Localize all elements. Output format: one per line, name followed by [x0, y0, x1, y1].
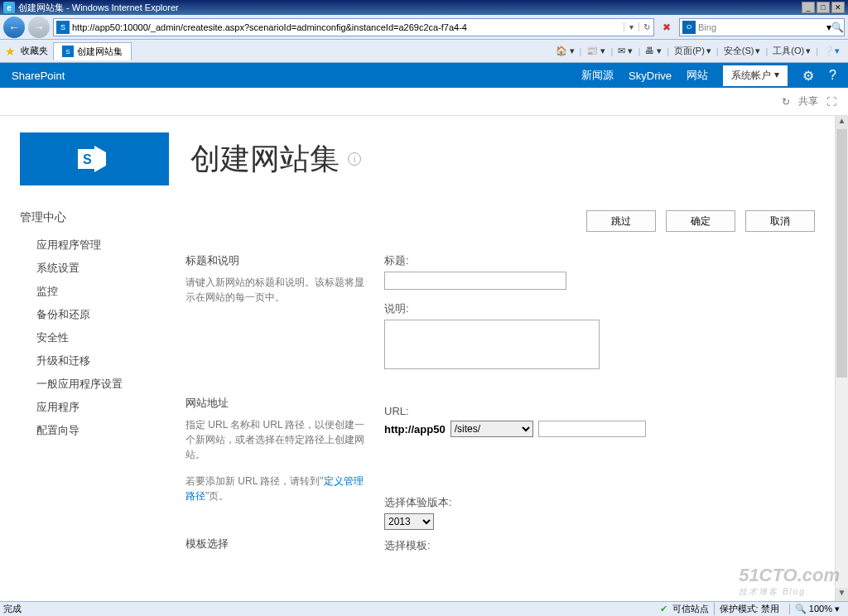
search-bar[interactable]: O ▾ 🔍 — [679, 18, 845, 36]
sites-link[interactable]: 网站 — [687, 68, 708, 83]
nav-toolbar: ← → S ▾ ↻ ✖ O ▾ 🔍 — [0, 15, 848, 40]
ie-icon: e — [3, 2, 15, 13]
search-input[interactable] — [698, 22, 826, 32]
back-button[interactable]: ← — [3, 17, 25, 38]
share-icon[interactable]: ↻ — [782, 96, 790, 108]
window-titlebar: e 创建网站集 - Windows Internet Explorer _ □ … — [0, 0, 848, 15]
bing-icon: O — [682, 21, 696, 34]
home-icon[interactable]: 🏠 ▾ — [552, 44, 578, 58]
newsfeed-link[interactable]: 新闻源 — [581, 68, 614, 83]
favorites-label: 收藏夹 — [21, 45, 48, 57]
search-go-icon[interactable]: 🔍 — [831, 22, 844, 33]
ribbon-row: ↻ 共享 ⛶ — [0, 88, 848, 116]
forward-button[interactable]: → — [28, 17, 50, 38]
help-icon[interactable]: ❔▾ — [820, 44, 843, 58]
tab-title: 创建网站集 — [77, 46, 123, 58]
close-button[interactable]: ✕ — [831, 2, 845, 13]
favorites-star-icon[interactable]: ★ — [5, 45, 16, 58]
skydrive-link[interactable]: SkyDrive — [629, 70, 672, 82]
stop-icon[interactable]: ✖ — [658, 18, 676, 36]
tools-menu[interactable]: 工具(O) ▾ — [769, 43, 814, 59]
print-icon[interactable]: 🖶 ▾ — [642, 44, 665, 58]
suite-brand: SharePoint — [12, 70, 65, 82]
page-menu[interactable]: 页面(P) ▾ — [671, 43, 715, 59]
command-bar: 🏠 ▾| 📰 ▾| ✉ ▾| 🖶 ▾| 页面(P) ▾| 安全(S) ▾| 工具… — [552, 43, 844, 59]
url-input[interactable] — [72, 22, 624, 32]
address-dropdown-icon[interactable]: ▾ — [624, 22, 638, 31]
window-title: 创建网站集 - Windows Internet Explorer — [18, 2, 802, 14]
address-bar[interactable]: S ▾ ↻ — [53, 18, 654, 36]
account-menu[interactable]: 系统帐户▾ — [723, 65, 788, 86]
tab-favicon-icon: S — [62, 46, 74, 57]
share-label[interactable]: 共享 — [798, 94, 818, 108]
favorites-bar: ★ 收藏夹 S 创建网站集 🏠 ▾| 📰 ▾| ✉ ▾| 🖶 ▾| 页面(P) … — [0, 40, 848, 63]
browser-tab[interactable]: S 创建网站集 — [53, 42, 132, 60]
safety-menu[interactable]: 安全(S) ▾ — [720, 43, 764, 59]
feeds-icon[interactable]: 📰 ▾ — [583, 44, 609, 58]
go-refresh-icon[interactable]: ↻ — [638, 22, 653, 31]
sharepoint-favicon-icon: S — [56, 21, 70, 34]
minimize-button[interactable]: _ — [802, 2, 815, 13]
focus-icon[interactable]: ⛶ — [826, 96, 836, 108]
help-suite-icon[interactable]: ? — [829, 68, 836, 83]
gear-icon[interactable]: ⚙ — [802, 68, 814, 84]
suite-bar: SharePoint 新闻源 SkyDrive 网站 系统帐户▾ ⚙ ? — [0, 63, 848, 88]
maximize-button[interactable]: □ — [817, 2, 830, 13]
mail-icon[interactable]: ✉ ▾ — [614, 44, 636, 58]
